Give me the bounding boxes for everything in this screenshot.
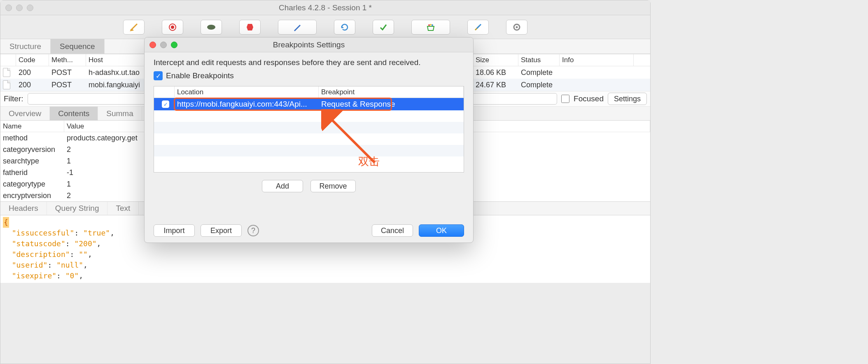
main-toolbar <box>0 15 650 39</box>
bp-row-enabled-checkbox[interactable]: ✓ <box>162 100 169 108</box>
broom-button[interactable] <box>123 20 145 35</box>
bp-empty-row <box>154 145 464 156</box>
ok-button[interactable]: OK <box>419 224 464 237</box>
dialog-titlebar: Breakpoints Settings <box>145 37 473 52</box>
validate-button[interactable] <box>373 20 394 35</box>
bp-empty-row <box>154 156 464 168</box>
help-button[interactable]: ? <box>247 225 259 236</box>
enable-breakpoints-checkbox[interactable]: ✓ <box>154 71 163 80</box>
col-icon <box>0 54 16 66</box>
dialog-body: Intercept and edit requests and response… <box>145 52 473 198</box>
tab-summary[interactable]: Summa <box>98 107 142 120</box>
focused-checkbox[interactable] <box>561 95 569 103</box>
tab-sequence[interactable]: Sequence <box>51 39 105 54</box>
breakpoints-settings-dialog: Breakpoints Settings Intercept and edit … <box>144 37 474 243</box>
gear-icon <box>512 23 521 32</box>
tab-query-string[interactable]: Query String <box>47 202 108 215</box>
main-titlebar: Charles 4.2.8 - Session 1 * <box>0 0 650 15</box>
repeat-button[interactable] <box>334 20 355 35</box>
tab-overview[interactable]: Overview <box>0 107 50 120</box>
col-size[interactable]: Size <box>473 54 518 66</box>
tab-headers[interactable]: Headers <box>0 202 47 215</box>
col-info[interactable]: Info <box>560 54 634 66</box>
main-traffic-lights <box>5 5 33 11</box>
add-button[interactable]: Add <box>262 180 303 192</box>
zoom-window-button[interactable] <box>27 5 33 11</box>
col-status[interactable]: Status <box>518 54 560 66</box>
annotation-box <box>174 98 392 111</box>
close-window-button[interactable] <box>5 5 12 11</box>
dialog-minimize-button[interactable] <box>160 42 167 48</box>
refresh-icon <box>340 23 349 32</box>
breakpoints-table: Location Breakpoint ✓ https://mobi.fangk… <box>154 86 464 173</box>
settings-button[interactable] <box>506 20 527 35</box>
window-title: Charles 4.2.8 - Session 1 * <box>0 0 650 15</box>
basket-button[interactable] <box>411 20 450 35</box>
bp-empty-row <box>154 110 464 122</box>
file-icon <box>3 68 10 77</box>
record-button[interactable] <box>162 20 183 35</box>
export-button[interactable]: Export <box>201 224 242 237</box>
tab-contents[interactable]: Contents <box>50 107 98 120</box>
bp-add-remove-buttons: Add Remove <box>154 180 464 192</box>
col-method[interactable]: Meth... <box>49 54 86 66</box>
svg-point-1 <box>171 26 174 29</box>
minimize-window-button[interactable] <box>16 5 23 11</box>
svg-point-2 <box>207 25 215 30</box>
dialog-close-button[interactable] <box>149 42 156 48</box>
svg-point-5 <box>430 24 432 26</box>
col-code[interactable]: Code <box>16 54 49 66</box>
dialog-footer: Import Export ? Cancel OK <box>154 224 464 237</box>
svg-point-6 <box>432 24 433 26</box>
compose-button[interactable] <box>278 20 317 35</box>
cancel-button[interactable]: Cancel <box>372 224 413 237</box>
enable-breakpoints-row: ✓ Enable Breakpoints <box>154 71 464 80</box>
bp-col-location[interactable]: Location <box>175 86 319 98</box>
filter-label: Filter: <box>4 94 23 103</box>
bp-empty-row <box>154 122 464 133</box>
tools-icon <box>474 23 483 32</box>
dialog-title: Breakpoints Settings <box>145 37 473 52</box>
checkmark-icon <box>379 23 388 32</box>
pen-icon <box>292 22 302 32</box>
bp-col-enabled[interactable] <box>154 86 175 98</box>
remove-button[interactable]: Remove <box>310 180 356 192</box>
dialog-zoom-button[interactable] <box>171 42 177 48</box>
svg-marker-3 <box>247 24 253 30</box>
tools-button[interactable] <box>467 20 489 35</box>
broom-icon <box>129 22 139 32</box>
tab-text[interactable]: Text <box>107 202 139 215</box>
basket-icon <box>426 23 436 31</box>
file-icon <box>3 80 10 89</box>
throttle-button[interactable] <box>201 20 222 35</box>
dialog-description: Intercept and edit requests and response… <box>154 58 464 67</box>
bp-col-breakpoint[interactable]: Breakpoint <box>319 86 464 98</box>
annotation-label: 双击 <box>358 154 380 169</box>
dialog-traffic-lights <box>149 42 177 48</box>
svg-point-8 <box>516 26 518 28</box>
kv-name-header[interactable]: Name <box>0 121 64 132</box>
focused-label: Focused <box>574 94 604 103</box>
turtle-icon <box>206 24 216 30</box>
svg-point-4 <box>428 24 430 26</box>
tab-structure[interactable]: Structure <box>0 39 51 54</box>
bp-empty-row <box>154 133 464 145</box>
record-icon <box>168 23 177 31</box>
enable-breakpoints-label: Enable Breakpoints <box>166 71 234 80</box>
breakpoints-toggle-button[interactable] <box>239 20 261 35</box>
filter-settings-button[interactable]: Settings <box>608 93 647 105</box>
stop-hexagon-icon <box>246 23 254 31</box>
bp-table-header: Location Breakpoint <box>154 86 464 98</box>
import-button[interactable]: Import <box>154 224 195 237</box>
